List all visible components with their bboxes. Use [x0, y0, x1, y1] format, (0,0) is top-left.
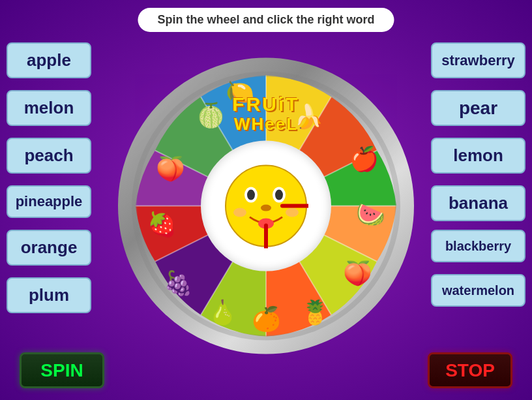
word-button-watermelon[interactable]: watermelon: [431, 274, 525, 307]
segment-apple-icon: 🍎: [349, 144, 379, 172]
segment-strawberry-icon: 🍓: [147, 209, 177, 238]
smiley-face: [224, 163, 308, 248]
wheel-center: [201, 140, 331, 271]
word-button-strawberry[interactable]: strawberry: [431, 42, 525, 78]
instruction-text: Spin the wheel and click the right word: [157, 13, 374, 26]
word-button-blackberry[interactable]: blackberry: [431, 230, 525, 262]
svg-point-21: [233, 208, 246, 217]
wheel-title-line1: FRUiT: [232, 93, 299, 114]
segment-melon-icon: 🍈: [196, 100, 226, 129]
word-button-lemon[interactable]: lemon: [431, 138, 525, 174]
wheel-title: FRUiT WHeeL: [232, 93, 299, 133]
spin-button[interactable]: SPIN: [20, 352, 104, 388]
wheel-title-line2: WHeeL: [232, 114, 299, 133]
word-button-orange[interactable]: orange: [7, 230, 91, 266]
instruction-header: Spin the wheel and click the right word: [138, 8, 394, 32]
spin-label: SPIN: [40, 360, 83, 381]
word-button-plum[interactable]: plum: [7, 277, 91, 313]
segment-plum-icon: 🍑: [156, 154, 185, 182]
svg-point-16: [247, 189, 255, 200]
segment-orange-icon: 🍊: [252, 304, 281, 332]
word-button-melon[interactable]: melon: [7, 90, 91, 126]
fruit-wheel[interactable]: 🍌 🍎 🍉 🍑 🍍 🍊 🍐 🍇 🍓 🍑 🍈 🍋: [126, 65, 406, 346]
word-button-pineapple[interactable]: pineapple: [7, 185, 91, 218]
svg-point-19: [261, 204, 271, 211]
svg-point-22: [286, 208, 299, 217]
word-button-apple[interactable]: apple: [7, 42, 91, 78]
word-button-pear[interactable]: pear: [431, 90, 525, 126]
segment-peach-icon: 🍑: [343, 258, 372, 286]
segment-pear-icon: 🍐: [208, 298, 237, 326]
word-button-banana[interactable]: banana: [431, 185, 525, 221]
svg-point-18: [275, 189, 283, 200]
word-button-peach[interactable]: peach: [7, 138, 91, 174]
stop-button[interactable]: STOP: [428, 352, 512, 388]
stop-label: STOP: [445, 360, 495, 381]
segment-watermelon-icon: 🍉: [356, 200, 385, 228]
